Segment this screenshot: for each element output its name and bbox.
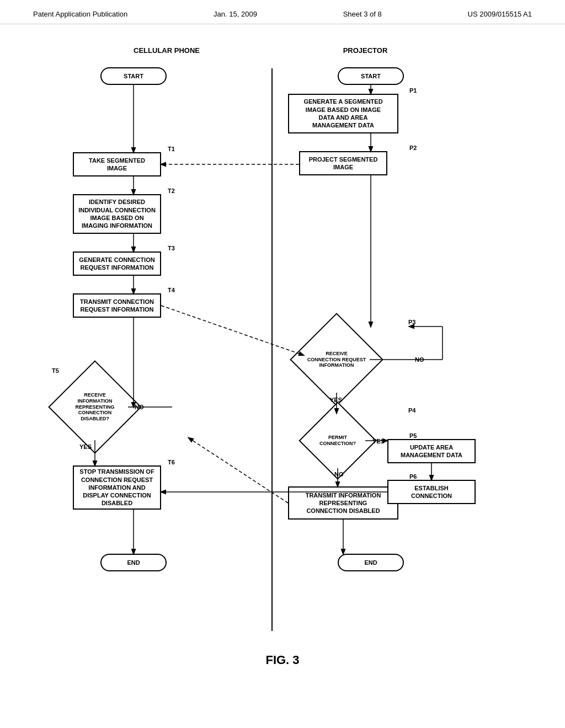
diagram-area: CELLULAR PHONE PROJECTOR START T1 TAKE S…: [0, 24, 565, 689]
t5-no-label: NO: [135, 404, 144, 410]
t2-label: T2: [168, 188, 175, 194]
proj-p7-node: TRANSMIT INFORMATION REPRESENTING CONNEC…: [288, 486, 398, 520]
p3-yes-label: YES: [330, 397, 342, 403]
proj-p1-node: GENERATE A SEGMENTED IMAGE BASED ON IMAG…: [288, 94, 398, 133]
t4-label: T4: [168, 287, 175, 293]
p4-yes-label: YES: [372, 438, 385, 445]
header-date: Jan. 15, 2009: [214, 10, 257, 18]
page-header: Patent Application Publication Jan. 15, …: [0, 0, 565, 24]
svg-line-15: [161, 306, 303, 355]
proj-start-node: START: [338, 67, 404, 85]
proj-p3-node: RECEIVE CONNECTION REQUEST INFORMATION: [290, 313, 383, 406]
phone-t1-node: TAKE SEGMENTED IMAGE: [73, 152, 161, 176]
header-left: Patent Application Publication: [33, 10, 127, 18]
t5-label: T5: [52, 367, 59, 374]
p3-no-label: NO: [415, 356, 424, 363]
proj-end-node: END: [338, 554, 404, 571]
phone-t5-node: RECEIVE INFORMATION REPRESENTING CONNECT…: [48, 360, 142, 454]
phone-end-node: END: [100, 554, 167, 571]
p6-label: P6: [409, 473, 417, 480]
p4-no-label: NO: [334, 471, 344, 478]
t5-yes-label: YES: [79, 443, 92, 450]
p1-label: P1: [409, 87, 417, 94]
p5-label: P5: [409, 432, 417, 439]
p2-label: P2: [409, 144, 417, 151]
col-label-projector: PROJECTOR: [288, 46, 443, 55]
phone-t3-node: GENERATE CONNECTION REQUEST INFORMATION: [73, 251, 161, 276]
proj-p2-node: PROJECT SEGMENTED IMAGE: [299, 151, 387, 175]
fig-label: FIG. 3: [33, 653, 532, 667]
proj-p5-node: UPDATE AREA MANAGEMENT DATA: [387, 439, 476, 463]
phone-t2-node: IDENTIFY DESIRED INDIVIDUAL CONNECTION I…: [73, 194, 161, 234]
header-patent: US 2009/015515 A1: [468, 10, 532, 18]
phone-start-node: START: [100, 67, 167, 85]
proj-p4-node: PERMIT CONNECTION?: [299, 402, 376, 479]
t3-label: T3: [168, 245, 175, 251]
column-divider: [271, 68, 273, 631]
proj-p6-node: ESTABLISH CONNECTION: [387, 480, 476, 504]
phone-t4-node: TRANSMIT CONNECTION REQUEST INFORMATION: [73, 293, 161, 318]
flowchart: CELLULAR PHONE PROJECTOR START T1 TAKE S…: [45, 46, 520, 642]
phone-t6-node: STOP TRANSMISSION OF CONNECTION REQUEST …: [73, 465, 161, 510]
col-label-phone: CELLULAR PHONE: [100, 46, 233, 55]
p4-label: P4: [408, 407, 415, 414]
header-sheet: Sheet 3 of 8: [343, 10, 382, 18]
t6-label: T6: [168, 459, 175, 465]
flowchart-arrows: [45, 46, 520, 642]
t1-label: T1: [168, 146, 175, 152]
svg-line-21: [189, 438, 288, 503]
p3-label: P3: [408, 319, 415, 325]
